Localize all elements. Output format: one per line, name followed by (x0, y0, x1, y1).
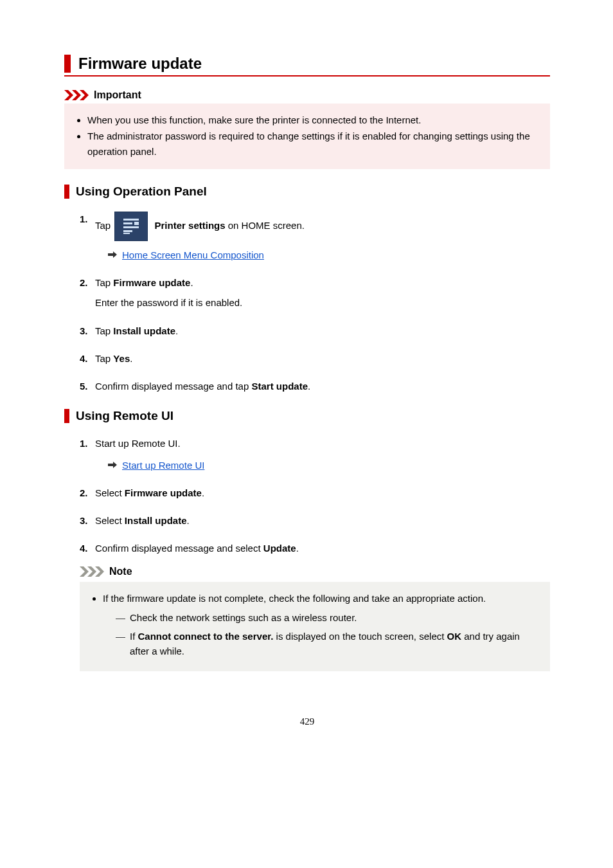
step-3-post: . (175, 325, 178, 336)
step-5-pre: Confirm displayed message and tap (95, 381, 251, 392)
rstep-2: Select Firmware update. (80, 485, 550, 500)
rstep-4-pre: Confirm displayed message and select (95, 543, 263, 554)
step-5-post: . (308, 381, 310, 392)
note-header: Note (80, 564, 550, 580)
important-callout: Important When you use this function, ma… (64, 89, 550, 169)
start-up-remote-ui-link[interactable]: Start up Remote UI (122, 458, 204, 473)
home-screen-menu-link[interactable]: Home Screen Menu Composition (122, 248, 264, 262)
step-2-head: Tap Firmware update. (95, 275, 550, 290)
step-1-bold: Printer settings (155, 220, 226, 231)
note-callout: Note If the firmware update is not compl… (80, 564, 550, 672)
rstep-3-post: . (187, 515, 190, 526)
step-4-bold: Yes (113, 353, 130, 364)
section-heading-remote-ui: Using Remote UI (64, 409, 550, 423)
step-2-bold: Firmware update (113, 277, 190, 288)
chevrons-icon (64, 90, 89, 100)
arrow-right-icon (108, 461, 117, 469)
svg-rect-6 (123, 230, 132, 232)
svg-rect-5 (123, 226, 139, 228)
note-dash-1: Check the network settings such as a wir… (116, 610, 540, 625)
note-intro-text: If the firmware update is not complete, … (103, 593, 486, 604)
printer-settings-icon (114, 212, 148, 241)
step-3-bold: Install update (113, 325, 175, 336)
svg-marker-1 (72, 90, 81, 100)
rstep-4-bold: Update (263, 543, 296, 554)
important-item: When you use this function, make sure th… (87, 113, 540, 127)
step-1: Tap Printer settings on HOME screen. (80, 212, 550, 262)
important-body: When you use this function, make sure th… (64, 104, 550, 169)
rstep-3-bold: Install update (125, 515, 187, 526)
title-rule (64, 75, 550, 77)
rstep-1: Start up Remote UI. Start up Remote UI (80, 436, 550, 473)
note-dash-2-bold1: Cannot connect to the server. (138, 631, 274, 642)
svg-rect-8 (134, 222, 139, 225)
important-header: Important (64, 89, 550, 101)
important-item: The administrator password is required t… (87, 129, 540, 159)
document-page: Firmware update Important When you use t… (0, 0, 613, 766)
page-title-block: Firmware update (64, 55, 550, 73)
step-5-bold: Start update (251, 381, 308, 392)
step-1-post: on HOME screen. (226, 220, 305, 231)
rstep-2-pre: Select (95, 487, 125, 498)
rstep-3: Select Install update. (80, 513, 550, 528)
rstep-3-pre: Select (95, 515, 125, 526)
step-3: Tap Install update. (80, 323, 550, 338)
step-1-link-row: Home Screen Menu Composition (95, 248, 550, 262)
section-heading-operation-panel: Using Operation Panel (64, 185, 550, 199)
svg-rect-4 (123, 222, 132, 224)
note-dash-2-pre: If (130, 631, 138, 642)
operation-panel-steps: Tap Printer settings on HOME screen. (64, 212, 550, 394)
rstep-1-head: Start up Remote UI. (95, 436, 550, 451)
chevrons-icon (80, 566, 104, 577)
note-label: Note (109, 564, 132, 580)
svg-marker-9 (80, 566, 89, 577)
step-1-pre: Tap (95, 220, 111, 231)
svg-rect-3 (123, 219, 139, 221)
step-5: Confirm displayed message and tap Start … (80, 379, 550, 393)
svg-marker-11 (95, 566, 104, 577)
step-3-pre: Tap (95, 325, 113, 336)
note-intro: If the firmware update is not complete, … (103, 591, 540, 658)
step-1-head: Tap Printer settings on HOME screen. (95, 212, 550, 241)
rstep-4: Confirm displayed message and select Upd… (80, 541, 550, 671)
step-2-pre: Tap (95, 277, 113, 288)
svg-marker-0 (64, 90, 73, 100)
page-title: Firmware update (78, 55, 550, 73)
step-2-post: . (190, 277, 193, 288)
svg-marker-10 (87, 566, 96, 577)
remote-ui-steps: Start up Remote UI. Start up Remote UI S… (64, 436, 550, 671)
svg-rect-7 (123, 233, 130, 234)
note-body: If the firmware update is not complete, … (80, 582, 550, 671)
svg-marker-2 (80, 90, 89, 100)
rstep-2-bold: Firmware update (125, 487, 202, 498)
step-2: Tap Firmware update. Enter the password … (80, 275, 550, 311)
step-4: Tap Yes. (80, 351, 550, 366)
page-number: 429 (64, 716, 550, 727)
step-2-sub: Enter the password if it is enabled. (95, 295, 550, 310)
note-dash-2-bold2: OK (447, 631, 462, 642)
note-dash-2-mid: is displayed on the touch screen, select (273, 631, 447, 642)
section-title: Using Operation Panel (76, 185, 550, 199)
rstep-4-post: . (296, 543, 299, 554)
step-4-pre: Tap (95, 353, 113, 364)
section-title: Using Remote UI (76, 409, 550, 423)
note-dash-2: If Cannot connect to the server. is disp… (116, 629, 540, 659)
rstep-1-link-row: Start up Remote UI (95, 458, 550, 473)
rstep-2-post: . (202, 487, 204, 498)
step-4-post: . (130, 353, 132, 364)
important-label: Important (94, 89, 141, 101)
arrow-right-icon (108, 251, 117, 258)
